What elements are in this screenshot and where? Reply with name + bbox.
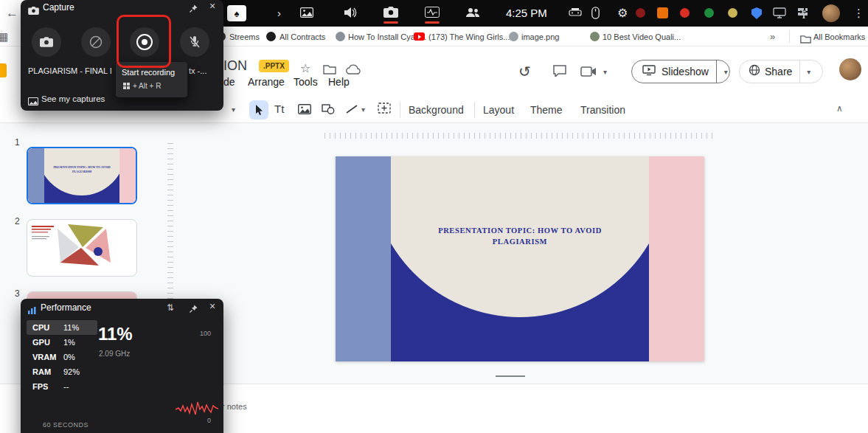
menu-item-fragment[interactable]: de [223, 76, 235, 88]
extension-icon-4[interactable] [704, 8, 714, 18]
slide-left-bar [336, 156, 391, 361]
sort-icon[interactable]: ⇅ [167, 302, 174, 313]
bookmark-item[interactable]: image.png [521, 32, 559, 41]
browser-back-button[interactable]: ← [6, 6, 18, 21]
slideshow-label: Slideshow [662, 66, 709, 77]
close-icon[interactable]: × [209, 0, 215, 12]
apps-grid-icon[interactable]: ▦ [0, 30, 8, 44]
insert-shape-icon[interactable] [322, 104, 335, 117]
extension-icon-1[interactable] [636, 8, 645, 18]
social-widget-icon[interactable] [465, 7, 480, 21]
graph-y-max: 100 [200, 330, 211, 337]
performance-chart-icon [27, 305, 36, 318]
toolbar-separator [400, 102, 400, 118]
doc-title-fragment[interactable]: ION [223, 58, 247, 74]
slide-canvas[interactable]: PRESENTATION TOPIC: HOW TO AVOID PLAGIAR… [336, 156, 704, 361]
slide-right-bar [649, 156, 704, 361]
notes-resize-handle[interactable] [496, 375, 525, 377]
insert-image-icon[interactable] [298, 104, 311, 117]
bookmark-item[interactable]: 10 Best Video Quali... [603, 32, 681, 41]
audio-widget-icon[interactable] [344, 7, 357, 21]
tooltip-shortcut: + Alt + R [133, 82, 161, 90]
screen: ← ♠ › 4:25 PM ⚙ ⋮ ▦ Streems [0, 0, 868, 433]
slideshow-dropdown-icon[interactable]: ▾ [724, 68, 728, 76]
collapse-toolbar-icon[interactable]: ∧ [836, 103, 843, 114]
share-button[interactable]: Share ▾ [739, 60, 823, 83]
transition-button[interactable]: Transition [580, 104, 625, 116]
zoom-dropdown-icon[interactable]: ▾ [232, 105, 235, 114]
slide-thumbnail-2[interactable] [27, 219, 137, 277]
bookmark-favicon [336, 32, 345, 41]
chevron-right-icon[interactable]: › [277, 7, 281, 19]
extension-icon-3[interactable] [680, 8, 690, 18]
meet-videocam-icon[interactable] [580, 66, 597, 80]
bookmark-item[interactable]: Streems [229, 32, 260, 41]
share-label: Share [765, 66, 792, 77]
browser-profile-avatar[interactable] [822, 4, 840, 22]
gamebar-home-icon[interactable]: ♠ [227, 5, 246, 21]
toolbar-separator [474, 102, 475, 118]
select-tool-button[interactable] [249, 100, 268, 119]
cursor-icon [254, 105, 264, 116]
extension-icon-2[interactable] [657, 7, 668, 18]
capture-target-label: PLAGIARISM - FINAL I [28, 66, 112, 75]
globe-icon [749, 64, 760, 79]
account-avatar[interactable] [839, 58, 861, 80]
metric-row-ram[interactable]: RAM 92% [27, 364, 97, 379]
performance-widget-icon[interactable] [425, 7, 440, 21]
metric-row-vram[interactable]: VRAM 0% [27, 350, 97, 364]
mic-muted-button[interactable] [180, 27, 209, 57]
slide-thumbnail-1[interactable]: PRESENTATION TOPIC: HOW TO AVOID PLAGIAR… [27, 147, 137, 204]
share-dropdown-icon[interactable]: ▾ [807, 68, 810, 76]
record-last-30s-button[interactable] [81, 27, 111, 57]
browser-menu-kebab-icon[interactable]: ⋮ [853, 7, 864, 20]
bookmark-favicon [266, 32, 276, 41]
spade-icon: ♠ [235, 8, 240, 19]
theme-button[interactable]: Theme [530, 104, 563, 116]
file-type-badge: .PPTX [259, 60, 289, 72]
gallery-widget-icon[interactable] [300, 7, 313, 21]
comment-icon[interactable] [553, 65, 566, 80]
cpu-clock-value: 2.09 GHz [99, 350, 130, 358]
metric-row-cpu[interactable]: CPU 11% [27, 320, 97, 335]
layout-button[interactable]: Layout [483, 104, 514, 116]
pin-icon[interactable] [189, 303, 198, 316]
folder-icon [800, 33, 811, 46]
menu-item-help[interactable]: Help [328, 76, 350, 88]
pin-icon[interactable] [189, 3, 198, 16]
screenshot-button[interactable] [32, 27, 61, 57]
line-dropdown-icon[interactable]: ▾ [361, 105, 365, 114]
see-my-captures-link[interactable]: See my captures [41, 94, 105, 103]
slideshow-icon [642, 65, 656, 79]
gear-icon[interactable]: ⚙ [617, 6, 628, 20]
bookmark-item[interactable]: (173) The Wing Girls... [428, 32, 510, 41]
capture-active-indicator [383, 21, 398, 24]
bookmark-item[interactable]: All Contracts [280, 32, 325, 41]
menu-item-arrange[interactable]: Arrange [248, 76, 285, 88]
annotation-highlight [117, 15, 171, 68]
mouse-icon[interactable] [591, 7, 600, 22]
capture-widget-icon[interactable] [383, 7, 398, 21]
slide-title-textbox[interactable]: PRESENTATION TOPIC: HOW TO AVOID PLAGIAR… [391, 225, 649, 247]
extension-monitor-icon[interactable] [773, 7, 786, 21]
version-history-icon[interactable]: ↺ [518, 63, 531, 80]
chevron-down-icon[interactable]: ▾ [603, 68, 607, 76]
textbox-tool-icon[interactable]: Tt [274, 103, 284, 115]
insert-frame-icon[interactable] [378, 103, 391, 117]
insert-line-icon[interactable] [345, 104, 358, 117]
extension-icon-5[interactable] [728, 8, 737, 18]
metric-row-gpu[interactable]: GPU 1% [27, 335, 97, 350]
menu-item-tools[interactable]: Tools [294, 76, 318, 88]
cpu-graph [176, 393, 218, 420]
background-button[interactable]: Background [409, 104, 464, 116]
star-icon[interactable]: ☆ [300, 61, 310, 75]
extensions-puzzle-icon[interactable] [797, 7, 808, 21]
capture-target-label-tail: tx -... [189, 66, 206, 75]
controller-icon[interactable] [569, 7, 582, 21]
close-icon[interactable]: × [209, 300, 215, 312]
bookmarks-overflow-icon[interactable]: » [770, 31, 775, 42]
all-bookmarks-button[interactable]: All Bookmarks [813, 32, 865, 41]
slide-title-line2: PLAGIARISM [391, 236, 649, 247]
metric-row-fps[interactable]: FPS -- [27, 379, 97, 394]
slideshow-button[interactable]: Slideshow ▾ [631, 60, 730, 83]
